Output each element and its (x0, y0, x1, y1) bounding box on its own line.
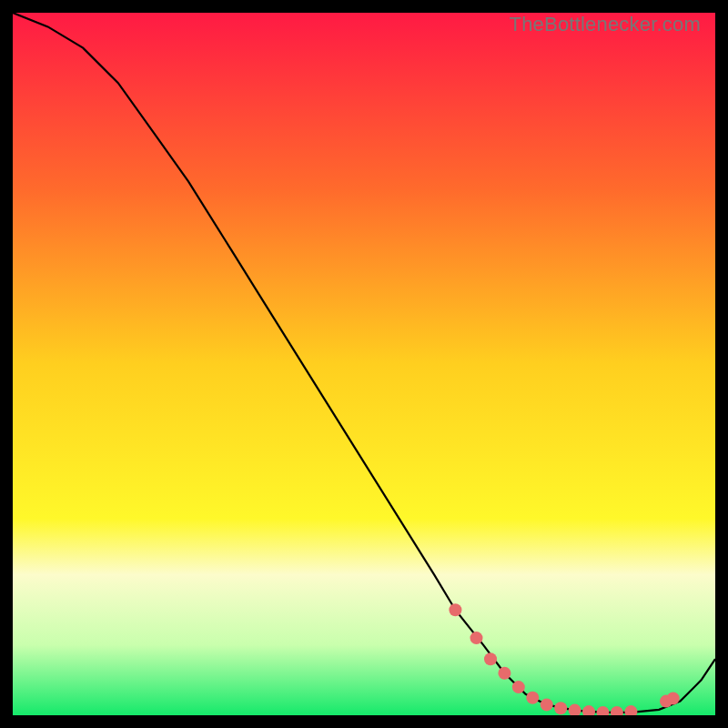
data-point-marker (470, 632, 483, 644)
gradient-background (13, 13, 715, 715)
data-point-marker (449, 603, 461, 616)
data-point-marker (526, 692, 539, 704)
watermark-text: TheBottlenecker.com (510, 13, 701, 36)
data-point-marker (667, 693, 680, 705)
plot-area: TheBottlenecker.com (13, 13, 715, 715)
chart-canvas (13, 13, 715, 715)
data-point-marker (498, 667, 511, 680)
data-point-marker (512, 681, 525, 693)
data-point-marker (554, 702, 567, 714)
chart-frame: TheBottlenecker.com (0, 0, 728, 728)
data-point-marker (541, 698, 553, 711)
data-point-marker (484, 652, 497, 665)
